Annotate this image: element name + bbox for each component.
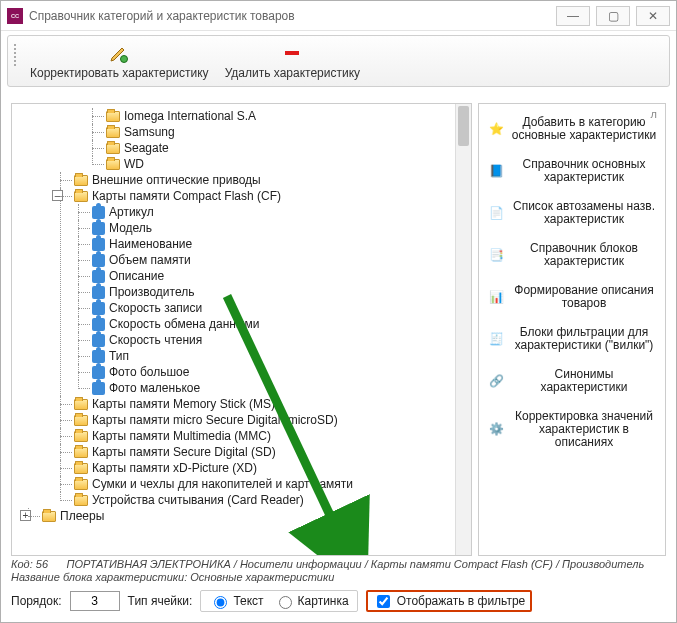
- tree-folder[interactable]: Карты памяти Compact Flash (CF): [74, 188, 453, 204]
- side-action-item[interactable]: 🔗Синонимы характеристики: [481, 360, 663, 402]
- tree-characteristic[interactable]: Скорость записи: [92, 300, 453, 316]
- category-tree[interactable]: Внешние оптические приводыКарты памяти C…: [14, 172, 453, 508]
- tree-characteristic[interactable]: Наименование: [92, 236, 453, 252]
- puzzle-icon: [92, 254, 105, 267]
- side-item-icon: 📄: [487, 204, 505, 222]
- tree-folder[interactable]: Плееры: [42, 508, 453, 524]
- tree-label: Сумки и чехлы для накопителей и карт пам…: [92, 476, 353, 492]
- side-action-item[interactable]: 📑Справочник блоков характеристик: [481, 234, 663, 276]
- puzzle-icon: [92, 222, 105, 235]
- side-action-item[interactable]: 🧾Блоки фильтрации для характеристики ("в…: [481, 318, 663, 360]
- tree-label: Модель: [109, 220, 152, 236]
- tree-folder[interactable]: Iomega International S.A: [106, 108, 453, 124]
- block-label: Название блока характеристики:: [11, 571, 187, 583]
- side-item-label: Справочник блоков характеристик: [511, 242, 657, 268]
- side-item-label: Список автозамены назв. характеристик: [511, 200, 657, 226]
- tree-folder[interactable]: Внешние оптические приводы: [74, 172, 453, 188]
- folder-icon: [42, 511, 56, 522]
- tree-folder[interactable]: Устройства считывания (Card Reader): [74, 492, 453, 508]
- tree-label: Объем памяти: [109, 252, 191, 268]
- puzzle-icon: [92, 318, 105, 331]
- minimize-button[interactable]: —: [556, 6, 590, 26]
- window-title: Справочник категорий и характеристик тов…: [29, 9, 550, 23]
- folder-icon: [74, 399, 88, 410]
- folder-icon: [74, 431, 88, 442]
- tree-characteristic[interactable]: Скорость обмена данными: [92, 316, 453, 332]
- tree-toggle[interactable]: –: [52, 190, 63, 201]
- maximize-button[interactable]: ▢: [596, 6, 630, 26]
- category-tree-pane: Iomega International S.ASamsungSeagateWD…: [11, 103, 472, 556]
- close-button[interactable]: ✕: [636, 6, 670, 26]
- celltype-image-option[interactable]: Картинка: [274, 593, 349, 609]
- tree-characteristic[interactable]: Фото большое: [92, 364, 453, 380]
- tree-label: Карты памяти Secure Digital (SD): [92, 444, 276, 460]
- tree-label: Карты памяти Memory Stick (MS): [92, 396, 275, 412]
- side-action-item[interactable]: 📄Список автозамены назв. характеристик: [481, 192, 663, 234]
- puzzle-icon: [92, 350, 105, 363]
- tree-characteristic[interactable]: Описание: [92, 268, 453, 284]
- side-item-label: Синонимы характеристики: [511, 368, 657, 394]
- tree-scrollbar[interactable]: [455, 104, 471, 555]
- titlebar: cc Справочник категорий и характеристик …: [1, 1, 676, 31]
- tree-label: Iomega International S.A: [124, 108, 256, 124]
- tree-folder[interactable]: Карты памяти micro Secure Digital (micro…: [74, 412, 453, 428]
- edit-characteristic-button[interactable]: Корректировать характеристику: [24, 40, 215, 82]
- puzzle-icon: [92, 366, 105, 379]
- puzzle-icon: [92, 238, 105, 251]
- puzzle-icon: [92, 334, 105, 347]
- tree-folder[interactable]: Карты памяти Multimedia (MMC): [74, 428, 453, 444]
- tree-label: Плееры: [60, 508, 104, 524]
- tree-folder[interactable]: Карты памяти Memory Stick (MS): [74, 396, 453, 412]
- actions-side-pane: л ⭐Добавить в категорию основные характе…: [478, 103, 666, 556]
- side-action-item[interactable]: ⭐Добавить в категорию основные характери…: [481, 108, 663, 150]
- celltype-text-radio[interactable]: [214, 596, 227, 609]
- tree-label: Устройства считывания (Card Reader): [92, 492, 304, 508]
- side-item-label: Добавить в категорию основные характерис…: [511, 116, 657, 142]
- tree-label: Наименование: [109, 236, 192, 252]
- tree-folder[interactable]: Карты памяти Secure Digital (SD): [74, 444, 453, 460]
- delete-characteristic-button[interactable]: Удалить характеристику: [219, 40, 366, 82]
- order-label: Порядок:: [11, 594, 62, 608]
- tree-characteristic[interactable]: Фото маленькое: [92, 380, 453, 396]
- tree-toggle[interactable]: +: [20, 510, 31, 521]
- tree-characteristic[interactable]: Производитель: [92, 284, 453, 300]
- tree-folder[interactable]: Сумки и чехлы для накопителей и карт пам…: [74, 476, 453, 492]
- side-action-item[interactable]: ⚙️Корректировка значений характеристик в…: [481, 402, 663, 457]
- side-item-label: Корректировка значений характеристик в о…: [511, 410, 657, 449]
- show-in-filter-input[interactable]: [377, 595, 390, 608]
- order-input[interactable]: [70, 591, 120, 611]
- tree-folder[interactable]: Карты памяти xD-Picture (XD): [74, 460, 453, 476]
- tree-folder[interactable]: Seagate: [106, 140, 453, 156]
- tree-folder[interactable]: WD: [106, 156, 453, 172]
- tree-characteristic[interactable]: Объем памяти: [92, 252, 453, 268]
- tree-label: Карты памяти xD-Picture (XD): [92, 460, 257, 476]
- tree-characteristic[interactable]: Артикул: [92, 204, 453, 220]
- svg-rect-1: [285, 51, 299, 55]
- tree-characteristic[interactable]: Скорость чтения: [92, 332, 453, 348]
- side-item-icon: 📑: [487, 246, 505, 264]
- tree-characteristic[interactable]: Модель: [92, 220, 453, 236]
- side-item-icon: 📊: [487, 288, 505, 306]
- folder-icon: [106, 143, 120, 154]
- celltype-text-option[interactable]: Текст: [209, 593, 263, 609]
- tree-characteristic[interactable]: Тип: [92, 348, 453, 364]
- show-in-filter-checkbox[interactable]: Отображать в фильтре: [366, 590, 533, 612]
- side-item-icon: 🧾: [487, 330, 505, 348]
- tree-label: Фото большое: [109, 364, 189, 380]
- tree-label: Скорость записи: [109, 300, 202, 316]
- folder-icon: [74, 447, 88, 458]
- side-item-icon: 📘: [487, 162, 505, 180]
- tree-folder[interactable]: Samsung: [106, 124, 453, 140]
- side-action-item[interactable]: 📘Справочник основных характеристик: [481, 150, 663, 192]
- puzzle-icon: [92, 302, 105, 315]
- tree-label: Тип: [109, 348, 129, 364]
- celltype-image-radio[interactable]: [279, 596, 292, 609]
- folder-icon: [74, 175, 88, 186]
- side-action-item[interactable]: 📊Формирование описания товаров: [481, 276, 663, 318]
- folder-icon: [106, 111, 120, 122]
- code-value: 56: [36, 558, 48, 570]
- tree-label: Карты памяти micro Secure Digital (micro…: [92, 412, 338, 428]
- main-toolbar: Корректировать характеристику Удалить ха…: [7, 35, 670, 87]
- tree-label: Скорость обмена данными: [109, 316, 260, 332]
- tree-label: Артикул: [109, 204, 154, 220]
